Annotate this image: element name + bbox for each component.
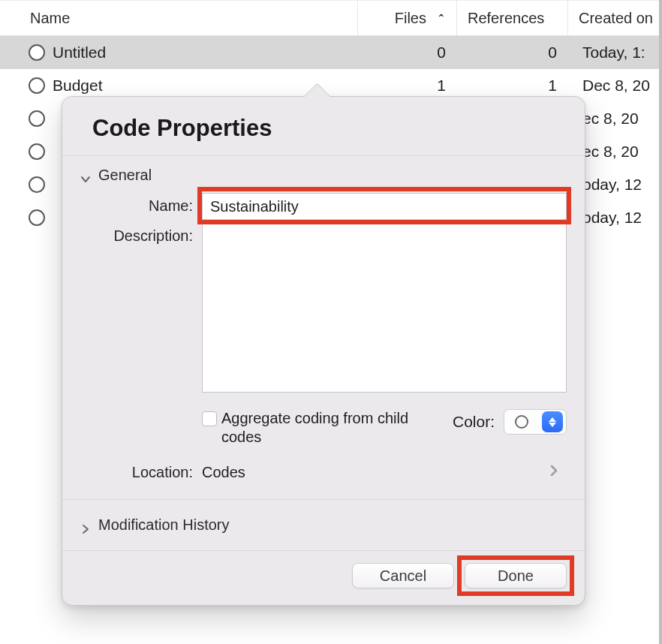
cancel-button[interactable]: Cancel — [352, 563, 454, 588]
column-header-name[interactable]: Name — [0, 1, 357, 35]
node-color-icon — [29, 176, 45, 193]
description-field-label: Description: — [80, 223, 193, 245]
name-input[interactable] — [202, 193, 567, 220]
name-field-label: Name: — [80, 193, 193, 215]
section-modification-history-label: Modification History — [98, 516, 230, 534]
column-header-created-on[interactable]: Created on — [567, 1, 662, 35]
cell-references: 1 — [456, 77, 567, 95]
row-name-label: Untitled — [53, 44, 106, 62]
section-general: General Name: Description: Aggregate cod… — [62, 156, 585, 499]
cell-files: 0 — [357, 44, 456, 62]
cell-created-on: Dec 8, 20 — [567, 77, 662, 95]
column-header-files[interactable]: Files ⌃ — [357, 1, 456, 35]
aggregate-checkbox-label: Aggregate coding from child codes — [221, 409, 420, 447]
code-properties-dialog: Code Properties General Name: Descriptio… — [62, 96, 585, 606]
color-picker[interactable] — [504, 409, 567, 435]
chevron-down-icon — [80, 170, 91, 181]
description-textarea[interactable] — [202, 223, 567, 393]
cell-files: 1 — [357, 77, 456, 95]
cell-name: Budget — [0, 77, 357, 95]
node-color-icon — [29, 77, 45, 94]
dialog-title: Code Properties — [62, 97, 585, 156]
color-swatch-none-icon — [515, 415, 528, 429]
node-color-icon — [29, 143, 45, 160]
node-color-icon — [29, 110, 45, 127]
table-row[interactable]: Untitled00Today, 1: — [0, 36, 662, 69]
section-general-label: General — [98, 167, 152, 184]
node-color-icon — [29, 209, 45, 226]
color-field-label: Color: — [453, 413, 495, 431]
cell-name: Untitled — [0, 44, 357, 62]
location-field-label: Location: — [80, 464, 193, 481]
sort-ascending-icon: ⌃ — [437, 12, 446, 24]
location-value[interactable]: Codes — [202, 464, 540, 481]
aggregate-checkbox[interactable] — [202, 411, 217, 426]
window-right-edge — [659, 0, 662, 644]
up-down-icon — [549, 417, 556, 427]
chevron-right-icon — [80, 520, 91, 531]
dialog-footer: Cancel Done — [62, 550, 585, 605]
node-color-icon — [29, 44, 45, 61]
cell-created-on: Today, 1: — [567, 44, 662, 62]
row-name-label: Budget — [53, 77, 103, 95]
column-header-references[interactable]: References — [456, 1, 567, 35]
done-button[interactable]: Done — [465, 563, 567, 588]
color-stepper-button[interactable] — [542, 411, 563, 432]
column-header-files-label: Files — [395, 10, 426, 27]
cell-references: 0 — [456, 44, 567, 62]
section-modification-history-header[interactable]: Modification History — [62, 499, 585, 550]
chevron-right-icon — [549, 463, 567, 481]
table-header-row: Name Files ⌃ References Created on — [0, 0, 662, 36]
section-general-header[interactable]: General — [80, 167, 567, 184]
